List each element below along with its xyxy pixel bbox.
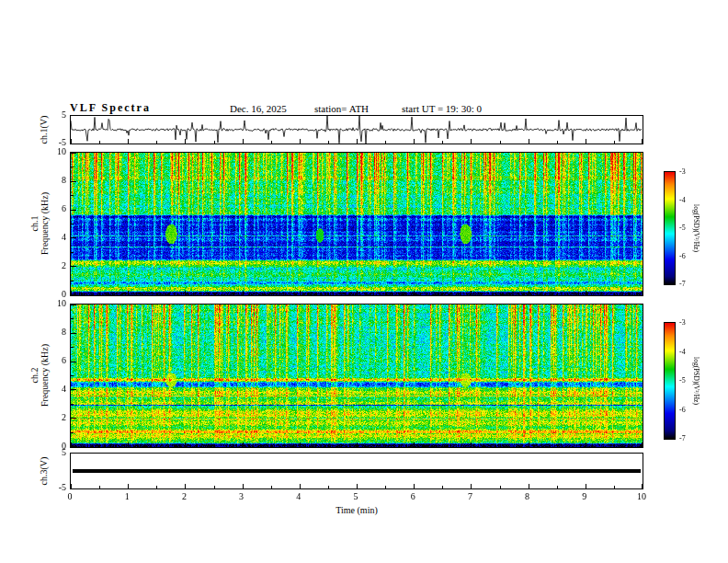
axis-tick — [471, 484, 472, 488]
axis-tick — [357, 442, 358, 447]
axis-tick — [357, 139, 358, 144]
freq-tick-label: 4 — [48, 232, 66, 242]
start-ut-label: start UT = 19: 30: 0 — [402, 103, 482, 114]
axis-tick — [156, 444, 157, 447]
axis-tick — [529, 139, 529, 144]
ch3-voltage-axis-label: ch.3(V) — [39, 457, 49, 486]
freq-tick-label: 8 — [48, 175, 66, 185]
frequency-khz-label: Frequency (kHz) — [40, 344, 50, 407]
freq-tick-label: 6 — [48, 355, 66, 365]
axis-tick — [271, 293, 272, 295]
time-tick-label: 9 — [571, 491, 598, 501]
axis-tick — [156, 141, 157, 144]
axis-tick — [414, 139, 415, 144]
axis-tick — [614, 293, 615, 295]
axis-tick — [442, 141, 443, 144]
freq-tick-label: 2 — [48, 412, 66, 422]
axis-tick — [71, 362, 76, 362]
station-label: station= ATH — [314, 103, 369, 114]
ch2-spectrogram-canvas — [71, 304, 643, 447]
axis-tick — [471, 139, 472, 144]
axis-tick — [128, 484, 129, 488]
axis-tick — [185, 291, 186, 295]
axis-tick — [557, 444, 558, 447]
ch3-waveform-panel — [70, 453, 643, 489]
ch2-colorbar-label: log(PSD)(V²/Hz) — [692, 357, 700, 405]
axis-tick — [442, 444, 443, 447]
axis-tick — [586, 484, 586, 488]
axis-tick — [71, 347, 74, 348]
ch2-frequency-axis-label: ch.2 Frequency (kHz) — [29, 344, 50, 407]
axis-tick — [71, 304, 76, 305]
axis-tick — [128, 291, 129, 295]
axis-tick — [71, 237, 76, 238]
voltage-tick-label: -5 — [48, 137, 66, 147]
axis-tick — [586, 442, 586, 447]
axis-tick — [156, 293, 157, 295]
ch1-colorbar-label: log(PSD)(V²/Hz) — [692, 204, 700, 252]
axis-tick — [328, 141, 329, 144]
axis-tick — [243, 484, 244, 488]
axis-tick — [328, 486, 329, 488]
axis-tick — [328, 444, 329, 447]
axis-tick — [99, 293, 100, 295]
ch1-frequency-axis-label: ch.1 Frequency (kHz) — [29, 192, 50, 255]
colorbar-tick-label: -5 — [679, 376, 686, 385]
axis-tick — [385, 293, 386, 295]
axis-tick — [71, 195, 74, 196]
axis-tick — [385, 444, 386, 447]
axis-tick — [529, 442, 529, 447]
time-tick-label: 3 — [228, 491, 256, 501]
colorbar-tick-label: -4 — [679, 196, 686, 204]
ch2-spectrogram-panel — [70, 304, 643, 448]
axis-tick — [500, 293, 501, 295]
axis-tick — [71, 167, 74, 167]
axis-tick — [500, 486, 501, 488]
axis-tick — [214, 486, 215, 488]
axis-tick — [586, 139, 586, 144]
ch1-spectrogram-panel — [70, 152, 643, 296]
colorbar-tick-label: -5 — [679, 224, 686, 232]
axis-tick — [71, 294, 76, 295]
colorbar-tick-label: -6 — [679, 406, 686, 414]
axis-tick — [214, 293, 215, 295]
axis-tick — [71, 375, 74, 376]
axis-tick — [300, 442, 301, 447]
axis-tick — [185, 484, 186, 488]
axis-tick — [99, 141, 100, 144]
freq-tick-label: 2 — [48, 260, 66, 270]
axis-tick — [614, 141, 615, 144]
voltage-tick-label: 5 — [48, 447, 66, 457]
axis-tick — [71, 484, 72, 488]
time-tick-label: 1 — [113, 491, 141, 501]
colorbar-tick-label: -6 — [679, 252, 686, 260]
axis-tick — [385, 141, 386, 144]
ch1-label: ch.1 — [29, 192, 40, 255]
axis-tick — [271, 141, 272, 144]
axis-tick — [357, 484, 358, 488]
axis-tick — [529, 291, 529, 295]
axis-tick — [500, 444, 501, 447]
axis-tick — [357, 291, 358, 295]
axis-tick — [156, 486, 157, 488]
time-tick-label: 4 — [285, 491, 313, 501]
axis-tick — [529, 484, 529, 488]
axis-tick — [185, 442, 186, 447]
axis-tick — [614, 486, 615, 488]
axis-tick — [214, 444, 215, 447]
axis-tick — [243, 139, 244, 144]
axis-tick — [642, 442, 643, 447]
axis-tick — [271, 486, 272, 488]
time-tick-label: 2 — [170, 491, 198, 501]
axis-tick — [614, 444, 615, 447]
colorbar-tick-label: -3 — [679, 167, 686, 176]
axis-tick — [557, 293, 558, 295]
axis-tick — [243, 291, 244, 295]
axis-tick — [128, 442, 129, 447]
axis-tick — [71, 418, 76, 419]
time-tick-label: 0 — [56, 491, 84, 501]
axis-tick — [300, 291, 301, 295]
axis-tick — [442, 293, 443, 295]
axis-tick — [500, 141, 501, 144]
freq-tick-label: 8 — [48, 327, 66, 337]
